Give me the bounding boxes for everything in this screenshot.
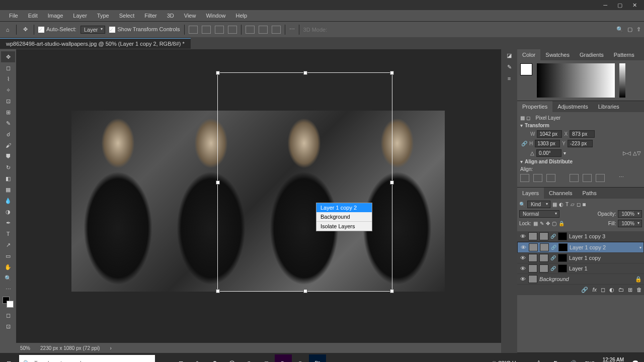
prop-align-centerh[interactable] <box>533 174 542 182</box>
foreground-background-colors[interactable] <box>1 295 15 310</box>
menu-edit[interactable]: Edit <box>24 11 42 20</box>
start-button[interactable]: ⊞ <box>0 354 17 362</box>
layer-row[interactable]: 👁🔗Layer 1 copy <box>517 253 644 263</box>
height-input[interactable] <box>535 140 560 147</box>
prop-align-more[interactable]: ⋯ <box>619 174 628 182</box>
crop-tool[interactable]: ⊡ <box>1 96 15 107</box>
layer-thumb2[interactable] <box>540 243 549 251</box>
prop-align-top[interactable] <box>570 174 579 182</box>
more-align-icon[interactable]: ⋯ <box>289 26 295 33</box>
stamp-tool[interactable]: ⛊ <box>1 151 15 162</box>
tab-channels[interactable]: Channels <box>544 188 577 199</box>
fill-input[interactable]: 100% <box>618 220 642 227</box>
menu-layer[interactable]: Layer <box>69 11 91 20</box>
filter-adjust-icon[interactable]: ◐ <box>559 202 564 207</box>
prop-align-centerv[interactable] <box>583 174 592 182</box>
rotation-input[interactable] <box>536 149 561 157</box>
align-top-icon[interactable] <box>246 26 255 34</box>
layer-thumb[interactable] <box>528 264 537 273</box>
layer-thumb2[interactable] <box>539 254 548 262</box>
tab-properties[interactable]: Properties <box>517 101 552 112</box>
app-icon-1[interactable]: ◻ <box>258 354 275 362</box>
photoshop-icon[interactable]: Ps <box>309 354 326 362</box>
menu-file[interactable]: File <box>5 11 22 20</box>
maximize-button[interactable]: ▢ <box>612 1 627 10</box>
layer-row[interactable]: 👁Background🔒 <box>517 274 644 285</box>
prop-align-bottom[interactable] <box>596 174 605 182</box>
menu-type[interactable]: Type <box>93 11 113 20</box>
menu-view[interactable]: View <box>180 11 200 20</box>
home-icon[interactable]: ⌂ <box>3 25 12 34</box>
notifications-icon[interactable]: 💬 <box>627 354 644 362</box>
layer-thumb2[interactable] <box>539 232 548 240</box>
layer-thumb[interactable] <box>528 254 537 262</box>
visibility-icon[interactable]: 👁 <box>520 244 527 250</box>
ctx-isolate-option[interactable]: Isolate Layers <box>316 222 372 231</box>
screenmode-tool[interactable]: ⊡ <box>1 321 15 332</box>
marquee-tool[interactable]: ◻ <box>1 62 15 73</box>
more-tools[interactable]: ⋯ <box>1 284 15 295</box>
group-icon[interactable]: 🗀 <box>618 287 624 293</box>
ctx-background-option[interactable]: Background <box>316 212 372 221</box>
edge-icon[interactable]: ◔ <box>240 354 258 362</box>
tray-up-icon[interactable]: ˄ <box>530 354 547 362</box>
pen-tool[interactable]: ✒ <box>1 217 15 228</box>
visibility-icon[interactable]: 👁 <box>519 255 526 261</box>
menu-select[interactable]: Select <box>115 11 139 20</box>
align-center-v-icon[interactable] <box>259 26 268 34</box>
layer-row[interactable]: 👁🔗Layer 1 copy 2 <box>517 242 644 253</box>
lock-position-icon[interactable]: ✥ <box>546 221 550 226</box>
canvas[interactable]: Layer 1 copy 2 Background Isolate Layers… <box>16 49 501 353</box>
eyedropper-tool[interactable]: ✎ <box>1 118 15 129</box>
zoom-tool[interactable]: 🔍 <box>1 273 15 284</box>
clock[interactable]: 12:26 AM 5/28/2022 <box>599 357 627 362</box>
quickmask-tool[interactable]: ◻ <box>1 310 15 321</box>
menu-help[interactable]: Help <box>232 11 252 20</box>
layer-filter-kind[interactable]: Kind <box>527 201 550 208</box>
menu-window[interactable]: Window <box>202 11 229 20</box>
filter-pixel-icon[interactable]: ▦ <box>552 202 557 207</box>
taskbar-search[interactable]: 🔍 Type here to search <box>19 355 155 362</box>
value-slider[interactable] <box>619 63 625 98</box>
link-layers-icon[interactable]: 🔗 <box>581 287 588 293</box>
tab-paths[interactable]: Paths <box>578 188 602 199</box>
gradient-tool[interactable]: ▦ <box>1 184 15 195</box>
color-ramp[interactable] <box>537 63 615 98</box>
search-icon[interactable]: 🔍 <box>616 26 623 33</box>
align-stretch-icon[interactable] <box>228 26 237 34</box>
layer-mask[interactable] <box>558 254 567 262</box>
lock-artboard-icon[interactable]: ▢ <box>552 221 556 226</box>
foreground-swatch[interactable] <box>520 63 532 75</box>
move-tool[interactable]: ✥ <box>1 51 15 62</box>
align-section-header[interactable]: ▾ Align and Distribute <box>520 159 641 164</box>
x-input[interactable] <box>570 130 595 138</box>
tab-color[interactable]: Color <box>517 49 540 60</box>
shape-tool[interactable]: ▭ <box>1 250 15 261</box>
collapsed-panel-icon-2[interactable]: ✎ <box>507 64 512 70</box>
hand-tool[interactable]: ✋ <box>1 261 15 273</box>
opacity-input[interactable]: 100% <box>618 210 642 218</box>
path-tool[interactable]: ↗ <box>1 239 15 250</box>
transform-bounds[interactable] <box>217 72 392 292</box>
layer-thumb2[interactable] <box>539 264 548 273</box>
tab-libraries[interactable]: Libraries <box>593 101 624 112</box>
tab-swatches[interactable]: Swatches <box>540 49 575 60</box>
visibility-icon[interactable]: 👁 <box>519 233 526 239</box>
zoom-level[interactable]: 50% <box>20 345 30 351</box>
close-button[interactable]: ✕ <box>627 1 642 10</box>
lasso-tool[interactable]: ⌇ <box>1 73 15 84</box>
collapsed-panel-icon-1[interactable]: ◪ <box>507 52 512 59</box>
minimize-button[interactable]: ─ <box>598 1 612 9</box>
flip-h-icon[interactable]: ▷◁ <box>623 150 631 156</box>
dodge-tool[interactable]: ◑ <box>1 206 15 217</box>
width-input[interactable] <box>537 130 562 138</box>
layer-mask[interactable] <box>558 264 567 273</box>
obs-icon[interactable]: ◷ <box>292 354 309 362</box>
filter-type-icon[interactable]: T <box>566 202 569 207</box>
healing-tool[interactable]: ☌ <box>1 129 15 140</box>
type-tool[interactable]: T <box>1 228 15 239</box>
weather-widget[interactable]: ☀ 33°C Haze <box>487 360 530 363</box>
auto-select-checkbox[interactable]: ✓Auto-Select: <box>38 26 76 33</box>
layer-mask[interactable] <box>558 232 567 240</box>
fx-icon[interactable]: fx <box>592 287 597 293</box>
